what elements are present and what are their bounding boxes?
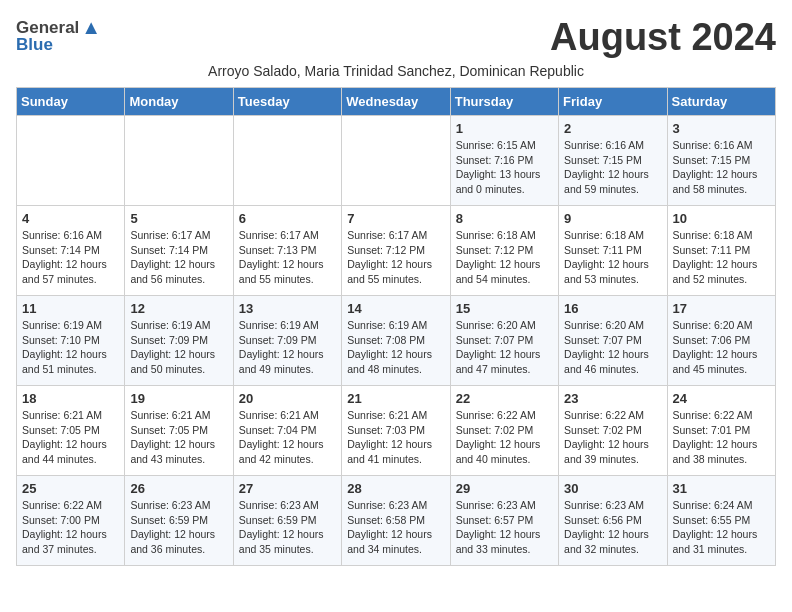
calendar-cell: 22Sunrise: 6:22 AMSunset: 7:02 PMDayligh… (450, 386, 558, 476)
calendar-cell: 18Sunrise: 6:21 AMSunset: 7:05 PMDayligh… (17, 386, 125, 476)
day-info: Sunrise: 6:23 AMSunset: 6:59 PMDaylight:… (130, 498, 227, 557)
day-info: Sunrise: 6:20 AMSunset: 7:07 PMDaylight:… (564, 318, 661, 377)
day-info: Sunrise: 6:19 AMSunset: 7:09 PMDaylight:… (130, 318, 227, 377)
day-info: Sunrise: 6:22 AMSunset: 7:02 PMDaylight:… (564, 408, 661, 467)
logo-bird-icon: ▲ (81, 16, 101, 39)
calendar-subtitle: Arroyo Salado, Maria Trinidad Sanchez, D… (16, 63, 776, 79)
day-info: Sunrise: 6:17 AMSunset: 7:12 PMDaylight:… (347, 228, 444, 287)
week-row-3: 11Sunrise: 6:19 AMSunset: 7:10 PMDayligh… (17, 296, 776, 386)
day-number: 25 (22, 481, 119, 496)
calendar-cell: 31Sunrise: 6:24 AMSunset: 6:55 PMDayligh… (667, 476, 775, 566)
day-number: 1 (456, 121, 553, 136)
calendar-cell: 23Sunrise: 6:22 AMSunset: 7:02 PMDayligh… (559, 386, 667, 476)
logo: General ▲ Blue (16, 16, 101, 55)
calendar-cell: 20Sunrise: 6:21 AMSunset: 7:04 PMDayligh… (233, 386, 341, 476)
day-info: Sunrise: 6:16 AMSunset: 7:15 PMDaylight:… (673, 138, 770, 197)
day-info: Sunrise: 6:20 AMSunset: 7:06 PMDaylight:… (673, 318, 770, 377)
day-number: 20 (239, 391, 336, 406)
calendar-cell: 5Sunrise: 6:17 AMSunset: 7:14 PMDaylight… (125, 206, 233, 296)
day-info: Sunrise: 6:20 AMSunset: 7:07 PMDaylight:… (456, 318, 553, 377)
day-number: 8 (456, 211, 553, 226)
day-info: Sunrise: 6:19 AMSunset: 7:08 PMDaylight:… (347, 318, 444, 377)
calendar-cell: 8Sunrise: 6:18 AMSunset: 7:12 PMDaylight… (450, 206, 558, 296)
logo-blue: Blue (16, 35, 53, 55)
col-header-thursday: Thursday (450, 88, 558, 116)
calendar-cell: 30Sunrise: 6:23 AMSunset: 6:56 PMDayligh… (559, 476, 667, 566)
calendar-cell: 19Sunrise: 6:21 AMSunset: 7:05 PMDayligh… (125, 386, 233, 476)
day-info: Sunrise: 6:17 AMSunset: 7:13 PMDaylight:… (239, 228, 336, 287)
calendar-cell: 14Sunrise: 6:19 AMSunset: 7:08 PMDayligh… (342, 296, 450, 386)
day-number: 5 (130, 211, 227, 226)
calendar-cell: 7Sunrise: 6:17 AMSunset: 7:12 PMDaylight… (342, 206, 450, 296)
day-info: Sunrise: 6:23 AMSunset: 6:59 PMDaylight:… (239, 498, 336, 557)
calendar-cell: 15Sunrise: 6:20 AMSunset: 7:07 PMDayligh… (450, 296, 558, 386)
month-title: August 2024 (550, 16, 776, 59)
week-row-1: 1Sunrise: 6:15 AMSunset: 7:16 PMDaylight… (17, 116, 776, 206)
day-info: Sunrise: 6:22 AMSunset: 7:02 PMDaylight:… (456, 408, 553, 467)
week-row-4: 18Sunrise: 6:21 AMSunset: 7:05 PMDayligh… (17, 386, 776, 476)
day-info: Sunrise: 6:16 AMSunset: 7:14 PMDaylight:… (22, 228, 119, 287)
day-number: 15 (456, 301, 553, 316)
calendar-cell: 3Sunrise: 6:16 AMSunset: 7:15 PMDaylight… (667, 116, 775, 206)
col-header-monday: Monday (125, 88, 233, 116)
calendar-cell (17, 116, 125, 206)
col-header-sunday: Sunday (17, 88, 125, 116)
day-number: 31 (673, 481, 770, 496)
calendar-cell: 6Sunrise: 6:17 AMSunset: 7:13 PMDaylight… (233, 206, 341, 296)
day-info: Sunrise: 6:21 AMSunset: 7:04 PMDaylight:… (239, 408, 336, 467)
calendar-cell: 12Sunrise: 6:19 AMSunset: 7:09 PMDayligh… (125, 296, 233, 386)
calendar-cell: 24Sunrise: 6:22 AMSunset: 7:01 PMDayligh… (667, 386, 775, 476)
calendar-cell (342, 116, 450, 206)
day-number: 17 (673, 301, 770, 316)
calendar-cell: 2Sunrise: 6:16 AMSunset: 7:15 PMDaylight… (559, 116, 667, 206)
day-info: Sunrise: 6:18 AMSunset: 7:11 PMDaylight:… (564, 228, 661, 287)
day-number: 11 (22, 301, 119, 316)
day-number: 3 (673, 121, 770, 136)
day-info: Sunrise: 6:21 AMSunset: 7:05 PMDaylight:… (130, 408, 227, 467)
calendar-cell (125, 116, 233, 206)
day-info: Sunrise: 6:22 AMSunset: 7:01 PMDaylight:… (673, 408, 770, 467)
day-info: Sunrise: 6:19 AMSunset: 7:10 PMDaylight:… (22, 318, 119, 377)
col-header-wednesday: Wednesday (342, 88, 450, 116)
day-number: 7 (347, 211, 444, 226)
day-number: 23 (564, 391, 661, 406)
calendar-cell: 4Sunrise: 6:16 AMSunset: 7:14 PMDaylight… (17, 206, 125, 296)
day-number: 12 (130, 301, 227, 316)
calendar-cell (233, 116, 341, 206)
day-info: Sunrise: 6:17 AMSunset: 7:14 PMDaylight:… (130, 228, 227, 287)
day-info: Sunrise: 6:23 AMSunset: 6:58 PMDaylight:… (347, 498, 444, 557)
day-number: 30 (564, 481, 661, 496)
day-number: 19 (130, 391, 227, 406)
day-info: Sunrise: 6:18 AMSunset: 7:11 PMDaylight:… (673, 228, 770, 287)
calendar-cell: 1Sunrise: 6:15 AMSunset: 7:16 PMDaylight… (450, 116, 558, 206)
day-number: 9 (564, 211, 661, 226)
day-info: Sunrise: 6:18 AMSunset: 7:12 PMDaylight:… (456, 228, 553, 287)
col-header-friday: Friday (559, 88, 667, 116)
calendar-cell: 28Sunrise: 6:23 AMSunset: 6:58 PMDayligh… (342, 476, 450, 566)
day-number: 24 (673, 391, 770, 406)
calendar-cell: 13Sunrise: 6:19 AMSunset: 7:09 PMDayligh… (233, 296, 341, 386)
calendar-table: SundayMondayTuesdayWednesdayThursdayFrid… (16, 87, 776, 566)
day-number: 6 (239, 211, 336, 226)
day-number: 4 (22, 211, 119, 226)
day-info: Sunrise: 6:21 AMSunset: 7:03 PMDaylight:… (347, 408, 444, 467)
day-info: Sunrise: 6:22 AMSunset: 7:00 PMDaylight:… (22, 498, 119, 557)
day-info: Sunrise: 6:19 AMSunset: 7:09 PMDaylight:… (239, 318, 336, 377)
day-info: Sunrise: 6:21 AMSunset: 7:05 PMDaylight:… (22, 408, 119, 467)
calendar-cell: 29Sunrise: 6:23 AMSunset: 6:57 PMDayligh… (450, 476, 558, 566)
week-row-5: 25Sunrise: 6:22 AMSunset: 7:00 PMDayligh… (17, 476, 776, 566)
calendar-cell: 11Sunrise: 6:19 AMSunset: 7:10 PMDayligh… (17, 296, 125, 386)
calendar-header-row: SundayMondayTuesdayWednesdayThursdayFrid… (17, 88, 776, 116)
day-number: 16 (564, 301, 661, 316)
day-number: 27 (239, 481, 336, 496)
day-number: 2 (564, 121, 661, 136)
col-header-saturday: Saturday (667, 88, 775, 116)
day-number: 21 (347, 391, 444, 406)
day-number: 14 (347, 301, 444, 316)
calendar-cell: 10Sunrise: 6:18 AMSunset: 7:11 PMDayligh… (667, 206, 775, 296)
calendar-cell: 26Sunrise: 6:23 AMSunset: 6:59 PMDayligh… (125, 476, 233, 566)
page-header: General ▲ Blue August 2024 (16, 16, 776, 59)
calendar-cell: 25Sunrise: 6:22 AMSunset: 7:00 PMDayligh… (17, 476, 125, 566)
calendar-cell: 17Sunrise: 6:20 AMSunset: 7:06 PMDayligh… (667, 296, 775, 386)
day-number: 22 (456, 391, 553, 406)
